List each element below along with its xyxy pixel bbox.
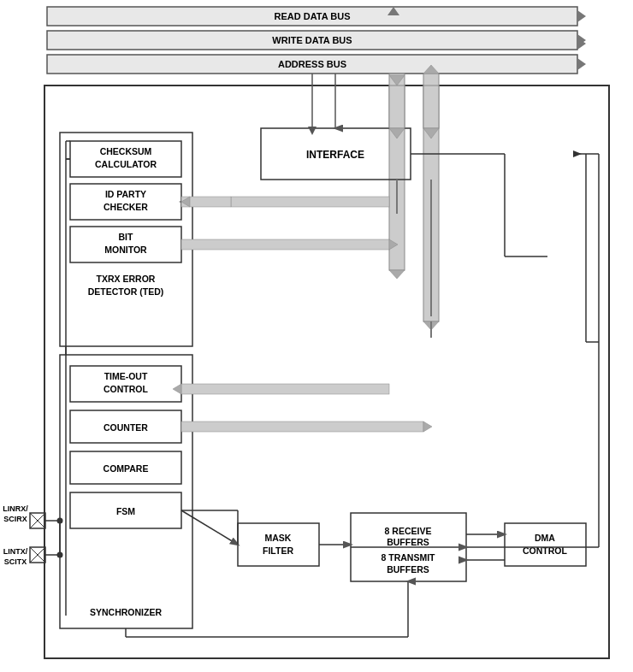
svg-text:INTERFACE: INTERFACE [306, 149, 364, 161]
svg-text:CONTROL: CONTROL [104, 384, 148, 394]
address-bus-label: ADDRESS BUS [278, 59, 346, 69]
svg-marker-1 [577, 10, 586, 22]
svg-rect-18 [70, 184, 181, 220]
svg-rect-71 [389, 85, 405, 128]
svg-text:CONTROL: CONTROL [523, 545, 567, 556]
svg-rect-27 [70, 366, 181, 402]
svg-rect-86 [30, 513, 45, 528]
svg-marker-10 [389, 270, 405, 279]
svg-rect-8 [44, 85, 609, 658]
svg-rect-0 [47, 7, 577, 26]
svg-text:FSM: FSM [116, 506, 135, 516]
svg-rect-39 [238, 523, 319, 566]
svg-line-87 [30, 513, 45, 528]
svg-rect-34 [70, 492, 181, 528]
svg-rect-21 [70, 227, 181, 262]
svg-marker-2 [387, 7, 399, 15]
svg-marker-68 [423, 421, 432, 432]
svg-marker-7 [577, 58, 586, 70]
svg-text:MONITOR: MONITOR [104, 245, 147, 255]
lintx-label: LINTX/ SCITX [2, 547, 29, 567]
svg-rect-72 [423, 85, 439, 128]
svg-line-90 [30, 547, 45, 563]
write-data-bus-label: WRITE DATA BUS [272, 35, 352, 45]
svg-text:CALCULATOR: CALCULATOR [95, 159, 157, 169]
svg-rect-26 [60, 355, 192, 628]
svg-text:BUFFERS: BUFFERS [387, 564, 429, 575]
svg-rect-37 [261, 128, 411, 180]
svg-rect-30 [70, 410, 181, 443]
svg-marker-106 [308, 127, 316, 135]
svg-marker-62 [181, 197, 190, 207]
svg-text:BUFFERS: BUFFERS [387, 537, 429, 547]
svg-rect-11 [423, 74, 439, 321]
svg-rect-63 [181, 239, 389, 250]
svg-marker-64 [389, 239, 398, 250]
diagram-svg: READ DATA BUS WRITE DATA BUS ADDRESS BUS [0, 0, 633, 672]
svg-marker-66 [173, 384, 181, 394]
svg-rect-3 [47, 31, 577, 50]
svg-text:SYNCHRONIZER: SYNCHRONIZER [90, 607, 162, 617]
svg-text:CHECKER: CHECKER [104, 202, 148, 212]
svg-text:FILTER: FILTER [263, 545, 293, 556]
svg-rect-65 [181, 384, 389, 394]
svg-line-88 [30, 513, 45, 528]
linrx-label: LINRX/ SCIRX [2, 504, 29, 524]
svg-text:ID PARTY: ID PARTY [105, 189, 146, 199]
svg-text:TXRX ERROR: TXRX ERROR [97, 274, 156, 284]
svg-text:8 TRANSMIT: 8 TRANSMIT [382, 552, 436, 563]
diagram: READ DATA BUS WRITE DATA BUS ADDRESS BUS [0, 0, 633, 672]
svg-marker-104 [573, 150, 582, 157]
svg-text:8 RECEIVE: 8 RECEIVE [385, 526, 432, 536]
svg-marker-73 [389, 128, 405, 139]
svg-marker-12 [423, 321, 439, 330]
svg-rect-48 [505, 523, 586, 566]
svg-marker-4 [577, 34, 586, 46]
svg-text:CHECKSUM: CHECKSUM [100, 146, 152, 156]
svg-rect-15 [70, 141, 181, 177]
svg-text:DETECTOR (TED): DETECTOR (TED) [88, 286, 163, 297]
svg-rect-14 [60, 133, 192, 346]
svg-rect-60 [231, 197, 389, 207]
svg-line-76 [181, 510, 238, 545]
svg-rect-89 [30, 547, 45, 563]
svg-marker-5 [577, 38, 586, 50]
svg-marker-75 [389, 75, 405, 85]
svg-marker-61 [181, 197, 231, 207]
svg-point-93 [57, 552, 63, 558]
svg-text:TIME-OUT: TIME-OUT [104, 371, 148, 381]
read-data-bus-label: READ DATA BUS [274, 11, 350, 21]
svg-text:BIT: BIT [119, 232, 134, 242]
svg-marker-13 [423, 65, 439, 74]
svg-rect-6 [47, 55, 577, 74]
svg-rect-42 [351, 513, 466, 581]
svg-text:COMPARE: COMPARE [104, 463, 149, 474]
svg-text:DMA: DMA [535, 533, 555, 543]
svg-point-92 [57, 518, 63, 524]
svg-rect-32 [70, 451, 181, 484]
svg-rect-67 [181, 421, 423, 432]
svg-text:MASK: MASK [265, 533, 292, 543]
svg-text:COUNTER: COUNTER [104, 422, 148, 433]
svg-marker-74 [423, 128, 439, 139]
svg-line-91 [30, 547, 45, 563]
svg-rect-9 [389, 74, 405, 270]
